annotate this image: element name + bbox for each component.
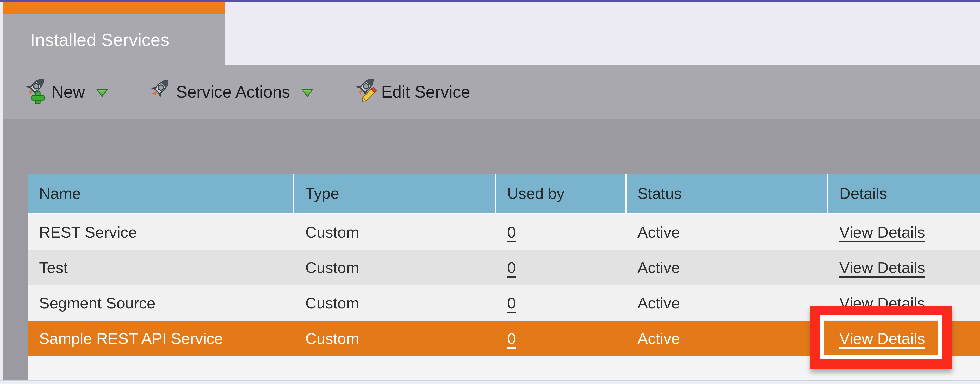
view-details-link[interactable]: View Details (839, 294, 925, 312)
column-header-status: Status (627, 174, 828, 213)
cell-details: View Details (828, 214, 980, 250)
table-row-segment-source[interactable]: Segment Source Custom 0 Active View Deta… (28, 285, 980, 321)
cell-used-by: 0 (496, 285, 627, 321)
table-empty-area (28, 356, 980, 381)
rocket-plus-icon (23, 76, 48, 108)
table-row-test[interactable]: Test Custom 0 Active View Details (28, 250, 980, 285)
page: Installed Services (0, 0, 980, 384)
bottom-strip (0, 380, 980, 384)
column-header-used-by: Used by (496, 174, 627, 213)
table-header-row: Name Type Used by Status Details (28, 174, 980, 214)
cell-name: Segment Source (28, 285, 294, 321)
cell-name: Sample REST API Service (28, 321, 294, 356)
cell-details: View Details (828, 285, 980, 321)
toolbar: New (3, 65, 980, 118)
edit-service-button[interactable]: Edit Service (353, 76, 470, 108)
cell-details: View Details (828, 250, 980, 285)
tab-label: Installed Services (3, 14, 225, 65)
cell-details: View Details (828, 321, 980, 356)
service-actions-button[interactable]: Service Actions (148, 76, 313, 108)
cell-type: Custom (294, 321, 496, 356)
service-actions-button-label: Service Actions (176, 82, 290, 102)
services-table: Name Type Used by Status Details REST Se… (28, 174, 980, 381)
view-details-link[interactable]: View Details (839, 223, 925, 241)
column-header-name: Name (28, 174, 294, 213)
cell-name: Test (28, 250, 294, 285)
used-by-link[interactable]: 0 (507, 330, 516, 347)
new-button[interactable]: New (23, 76, 108, 108)
cell-type: Custom (294, 250, 496, 285)
cell-used-by: 0 (496, 214, 627, 250)
cell-status: Active (627, 285, 828, 321)
cell-name: REST Service (28, 214, 294, 250)
view-details-link[interactable]: View Details (839, 259, 925, 277)
column-header-details: Details (828, 174, 980, 213)
cell-type: Custom (294, 214, 496, 250)
content-area: Name Type Used by Status Details REST Se… (3, 118, 980, 380)
table-row-rest-service[interactable]: REST Service Custom 0 Active View Detail… (28, 214, 980, 250)
rocket-pencil-icon (353, 76, 377, 108)
cell-status: Active (627, 214, 828, 250)
rocket-icon (148, 76, 172, 108)
cell-used-by: 0 (496, 250, 627, 285)
edit-service-button-label: Edit Service (381, 82, 470, 102)
used-by-link[interactable]: 0 (507, 294, 516, 312)
cell-status: Active (627, 250, 828, 285)
used-by-link[interactable]: 0 (507, 223, 516, 241)
view-details-link[interactable]: View Details (839, 330, 925, 347)
tab-installed-services[interactable]: Installed Services (3, 2, 225, 65)
used-by-link[interactable]: 0 (507, 259, 516, 277)
dropdown-arrow-icon[interactable] (96, 82, 108, 102)
tab-accent-bar (3, 2, 225, 14)
dropdown-arrow-icon[interactable] (301, 82, 313, 102)
cell-used-by: 0 (496, 321, 627, 356)
new-button-label: New (52, 82, 85, 102)
top-accent-line (0, 0, 980, 2)
column-header-type: Type (294, 174, 496, 213)
cell-status: Active (627, 321, 828, 356)
table-row-sample-rest-api-service[interactable]: Sample REST API Service Custom 0 Active … (28, 321, 980, 356)
cell-type: Custom (294, 285, 496, 321)
